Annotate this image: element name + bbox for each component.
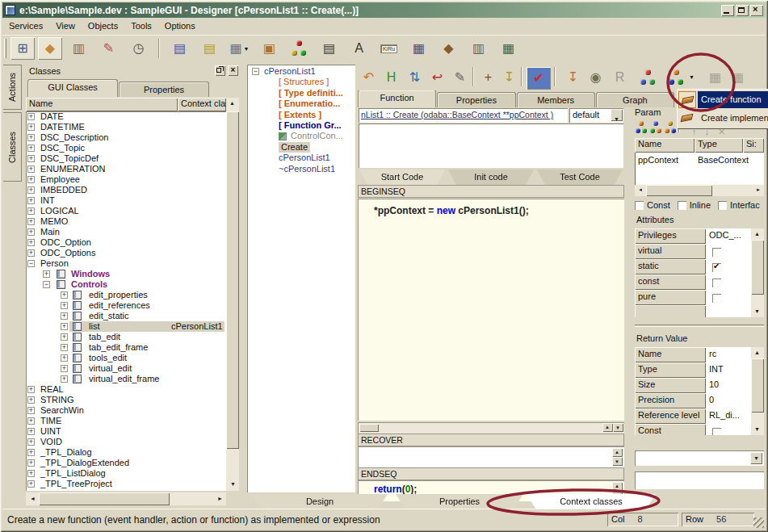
toolbar-grip[interactable] — [4, 39, 6, 58]
classes-tree-hscrollbar[interactable] — [26, 492, 226, 505]
member-item-type-definiti[interactable]: [ Type definiti... — [247, 88, 355, 98]
property-value[interactable]: RL_di... — [706, 408, 751, 424]
parameters-hscrollbar[interactable] — [635, 185, 764, 196]
scroll-thumb[interactable] — [751, 240, 764, 295]
expand-toggle-icon[interactable]: + — [27, 480, 35, 488]
property-value[interactable] — [706, 259, 751, 274]
doc-export-icon[interactable]: ↧ — [562, 67, 584, 88]
checkbox[interactable] — [712, 263, 721, 272]
expand-toggle-icon[interactable]: + — [27, 124, 35, 131]
tree-item-odc-option[interactable]: +ODC_Option — [26, 237, 226, 248]
expand-toggle-icon[interactable]: + — [27, 249, 35, 257]
class-tree-icon[interactable]: ⊞ — [10, 37, 35, 60]
tree-item-tpl-dialogextended[interactable]: +_TPL_DialogExtended — [26, 458, 226, 468]
kiru-text-icon[interactable]: KiRu — [378, 38, 400, 59]
tab-members[interactable]: Members — [517, 92, 595, 107]
param-column-type[interactable]: Type — [695, 138, 743, 153]
expand-toggle-icon[interactable]: + — [27, 165, 35, 173]
tree-item-virtual-edit[interactable]: +virtual_edit — [26, 363, 226, 374]
menu-item-objects[interactable]: Objects — [82, 19, 124, 33]
param-ref-icon[interactable] — [664, 121, 677, 134]
bottom-tab-properties[interactable]: Properties — [396, 494, 523, 509]
report-list-icon[interactable]: ▤ — [318, 38, 340, 59]
tree-item-odc-options[interactable]: +ODC_Options — [26, 248, 226, 258]
code-tab-test-code[interactable]: Test Code — [537, 170, 623, 185]
print-blue-icon[interactable]: ▤ — [169, 38, 191, 59]
window-list-icon[interactable]: ▦ — [497, 38, 519, 59]
expand-toggle-icon[interactable]: + — [27, 449, 35, 456]
tree-item-tpl-dialog[interactable]: +_TPL_Dialog — [26, 447, 226, 458]
tree-item-imbedded[interactable]: +IMBEDDED — [26, 185, 226, 195]
minimize-button[interactable] — [721, 5, 734, 16]
history-clock-icon[interactable]: ◷ — [128, 38, 149, 59]
param-column-si[interactable]: Si: — [743, 138, 764, 153]
close-button[interactable]: × — [750, 5, 763, 16]
tree-item-logical[interactable]: +LOGICAL — [26, 206, 226, 216]
expand-toggle-icon[interactable]: + — [27, 155, 35, 162]
tree-item-date[interactable]: +DATE — [26, 111, 226, 122]
expand-toggle-icon[interactable]: + — [27, 407, 35, 414]
scroll-thumb[interactable] — [359, 424, 379, 432]
return-combobox[interactable] — [635, 450, 764, 466]
delete-function-icon[interactable]: H — [380, 67, 402, 88]
property-value[interactable] — [706, 424, 751, 435]
scroll-mini-down[interactable] — [612, 457, 623, 466]
expand-toggle-icon[interactable]: − — [43, 281, 50, 288]
eraser-icon[interactable]: ◆ — [38, 37, 62, 60]
menu-item-options[interactable]: Options — [158, 19, 202, 33]
tree-item-list[interactable]: +listcPersonList1 — [26, 321, 226, 332]
expand-toggle-icon[interactable]: + — [27, 417, 35, 425]
table-view-icon[interactable]: ▦ — [408, 38, 430, 59]
scroll-mini-up[interactable] — [612, 448, 623, 457]
tab-function[interactable]: Function — [358, 90, 436, 107]
member-item-cpersonlist1[interactable]: −cPersonList1 — [247, 66, 355, 77]
tree-item-edit-references[interactable]: +edit_references — [26, 300, 226, 311]
traffic-light-icon[interactable] — [288, 38, 310, 59]
property-value[interactable] — [706, 305, 751, 317]
tree-item-real[interactable]: +REAL — [26, 384, 226, 395]
menu-item-tools[interactable]: Tools — [124, 19, 158, 33]
tree-item-virtual-edit-frame[interactable]: +virtual_edit_frame — [26, 374, 226, 384]
tree-item-edit-properties[interactable]: +edit_properties — [26, 290, 226, 300]
menu-item-services[interactable]: Services — [2, 19, 49, 33]
checkbox[interactable] — [635, 201, 644, 210]
expand-toggle-icon[interactable]: + — [27, 113, 35, 120]
tree-item-int[interactable]: +INT — [26, 195, 226, 206]
disabled-tool-icon-2[interactable]: ▦ — [727, 67, 749, 88]
export-icon[interactable]: ↧ — [498, 67, 520, 88]
bottom-tab-context-classes[interactable]: Context classes — [527, 494, 656, 509]
dock-tab-classes[interactable]: Classes — [3, 112, 22, 182]
tree-item-windows[interactable]: +Windows — [26, 269, 226, 279]
member-item-extents[interactable]: [ Extents ] — [247, 110, 355, 120]
expand-toggle-icon[interactable]: + — [27, 396, 35, 404]
parameters-table-body[interactable]: ppContextBaseContext — [635, 153, 764, 183]
member-item-cpersonlist1[interactable]: cPersonList1 — [247, 153, 355, 163]
property-value[interactable] — [706, 244, 751, 259]
edit-document-icon[interactable]: ✎ — [98, 38, 120, 59]
tree-item-dsc-topicdef[interactable]: +DSC_TopicDef — [26, 153, 226, 164]
tree-item-void[interactable]: +VOID — [26, 437, 226, 447]
expand-toggle-icon[interactable]: + — [27, 207, 35, 215]
tree-item-string[interactable]: +STRING — [26, 395, 226, 405]
create-function-icon[interactable] — [665, 67, 687, 88]
expand-toggle-icon[interactable]: + — [61, 344, 68, 351]
doc-find-icon[interactable]: ◉ — [585, 67, 606, 88]
member-item-structures[interactable]: [ Structures ] — [247, 77, 355, 87]
expand-toggle-icon[interactable]: + — [43, 270, 50, 278]
add-function-icon[interactable]: + — [477, 67, 499, 88]
checkbox[interactable] — [712, 294, 721, 303]
expand-toggle-icon[interactable]: − — [252, 68, 259, 75]
tree-item-tools-edit[interactable]: +tools_edit — [26, 353, 226, 363]
undo-icon[interactable]: ↶ — [358, 67, 380, 88]
server-icon[interactable]: ▥ — [468, 38, 489, 59]
library-icon[interactable]: ▥ — [68, 38, 90, 59]
property-value[interactable] — [706, 290, 751, 305]
create-function-dropdown-icon[interactable]: ▼ — [686, 67, 698, 88]
member-item-controlcon[interactable]: ControlCon... — [247, 131, 355, 141]
dock-tab-actions[interactable]: Actions — [3, 65, 22, 110]
function-signature[interactable]: nList1 :: Create (odaba::BaseContext **p… — [359, 108, 568, 123]
tree-item-dsc-topic[interactable]: +DSC_Topic — [26, 143, 226, 153]
tree-item-main[interactable]: +Main — [26, 227, 226, 237]
tree-item-searchwin[interactable]: +SearchWin — [26, 405, 226, 416]
checkbox[interactable] — [712, 428, 721, 435]
